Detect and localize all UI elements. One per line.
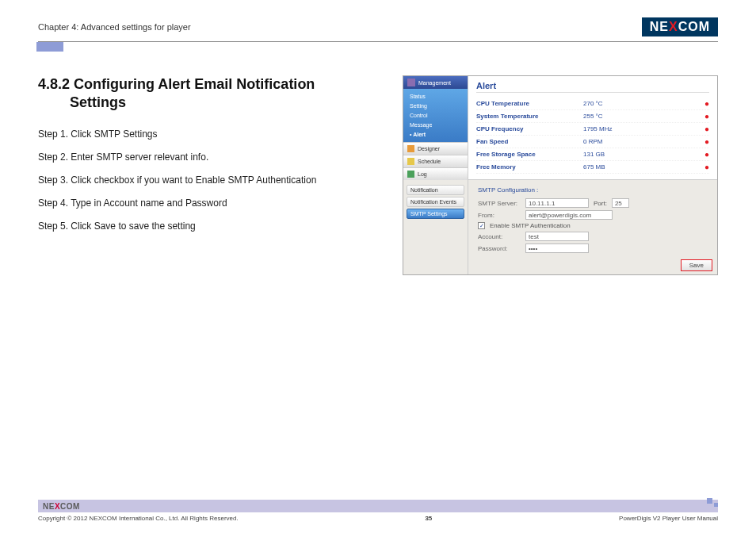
alert-icon[interactable]: ● — [704, 137, 709, 146]
metric-val: 131 GB — [583, 151, 631, 158]
metric-name: CPU Temperature — [476, 100, 583, 107]
step-2: Step 2. Enter SMTP server relevant info. — [38, 151, 355, 163]
smtp-server-input[interactable]: 10.11.1.1 — [525, 198, 589, 208]
metric-name: Free Memory — [476, 163, 583, 171]
section-heading: 4.8.2 Configuring Alert Email Notificati… — [38, 75, 355, 111]
designer-icon — [407, 145, 414, 152]
metric-name: System Temperature — [476, 113, 583, 120]
step-3: Step 3. Click checkbox if you want to En… — [38, 174, 355, 186]
footer-band: NEXCOM — [38, 500, 718, 512]
footer-decor — [707, 498, 718, 507]
tab-notification-events[interactable]: Notification Events — [407, 197, 464, 207]
sidebar-management-header[interactable]: Management — [403, 76, 468, 89]
tab-notification[interactable]: Notification — [407, 185, 464, 195]
smtp-server-label: SMTP Server: — [478, 200, 521, 207]
metric-row-fan-speed: Fan Speed0 RPM● — [476, 136, 709, 148]
alert-icon[interactable]: ● — [704, 99, 709, 108]
brand-logo: NEXCOM — [642, 17, 718, 36]
logo-text-post: COM — [678, 20, 710, 34]
schedule-label: Schedule — [418, 159, 441, 164]
header-divider — [38, 41, 718, 42]
alert-panel-title: Alert — [476, 81, 709, 93]
alert-icon[interactable]: ● — [704, 150, 709, 159]
decor-square — [707, 498, 712, 504]
designer-label: Designer — [418, 146, 440, 151]
smtp-port-input[interactable]: 25 — [612, 198, 629, 208]
tab-smtp-settings[interactable]: SMTP Settings — [407, 209, 464, 219]
footer-logo: NEXCOM — [43, 502, 80, 511]
smtp-account-label: Account: — [478, 233, 521, 240]
metric-row-cpu-freq: CPU Frequency1795 MHz● — [476, 123, 709, 136]
chapter-title: Chapter 4: Advanced settings for player — [38, 22, 191, 32]
sidebar-item-message[interactable]: Message — [410, 121, 461, 130]
log-label: Log — [418, 171, 427, 177]
sidebar-log-button[interactable]: Log — [403, 167, 468, 180]
save-button[interactable]: Save — [681, 259, 712, 271]
logo-text-pre: NE — [650, 20, 669, 34]
log-icon — [407, 171, 414, 178]
section-heading-line1: 4.8.2 Configuring Alert Email Notificati… — [38, 76, 315, 92]
manual-name: PowerDigis V2 Player User Manual — [619, 515, 718, 522]
header-accent-block — [36, 42, 63, 52]
step-4: Step 4. Type in Account name and Passwor… — [38, 197, 355, 209]
alert-icon[interactable]: ● — [704, 163, 709, 171]
metric-row-cpu-temp: CPU Temperature270 °C● — [476, 98, 709, 110]
management-icon — [407, 79, 415, 86]
sidebar-item-status[interactable]: Status — [410, 92, 461, 102]
smtp-account-input[interactable]: test — [525, 232, 589, 241]
management-label: Management — [418, 80, 451, 86]
alert-icon[interactable]: ● — [704, 125, 709, 133]
metric-row-storage: Free Storage Space131 GB● — [476, 148, 709, 161]
step-1: Step 1. Click SMTP Settings — [38, 128, 355, 140]
step-5: Step 5. Click Save to save the setting — [38, 220, 355, 232]
sidebar-item-control[interactable]: Control — [410, 111, 461, 121]
footer-logo-post: COM — [60, 502, 80, 511]
footer-logo-pre: NE — [43, 502, 55, 511]
smtp-password-label: Password: — [478, 245, 521, 252]
footer-logo-x: X — [55, 502, 60, 511]
smtp-auth-checkbox[interactable]: ✓ — [478, 222, 485, 229]
smtp-config-title: SMTP Configuration : — [478, 186, 708, 194]
logo-text-x: X — [669, 20, 678, 34]
metric-row-memory: Free Memory675 MB● — [476, 161, 709, 174]
smtp-from-input[interactable]: alert@powerdigis.com — [525, 210, 613, 220]
metric-name: Fan Speed — [476, 138, 583, 145]
schedule-icon — [407, 158, 414, 165]
smtp-auth-label: Enable SMTP Authentication — [490, 222, 571, 229]
sidebar-item-alert[interactable]: • Alert — [410, 130, 461, 140]
embedded-screenshot: Management Status Setting Control Messag… — [403, 75, 718, 275]
sidebar-schedule-button[interactable]: Schedule — [403, 155, 468, 167]
sidebar-designer-button[interactable]: Designer — [403, 142, 468, 155]
sidebar-item-setting[interactable]: Setting — [410, 102, 461, 111]
metric-val: 270 °C — [583, 100, 631, 107]
page-number: 35 — [425, 515, 432, 522]
metric-name: CPU Frequency — [476, 125, 583, 132]
smtp-port-label: Port: — [594, 200, 607, 207]
smtp-from-label: From: — [478, 212, 521, 219]
smtp-password-input[interactable]: •••• — [525, 243, 589, 253]
decor-square-small — [714, 503, 718, 507]
copyright-text: Copyright © 2012 NEXCOM International Co… — [38, 515, 239, 522]
metric-val: 0 RPM — [583, 138, 631, 145]
metric-val: 675 MB — [583, 163, 631, 171]
metric-val: 1795 MHz — [583, 125, 631, 132]
section-heading-line2: Settings — [38, 94, 355, 112]
metric-val: 255 °C — [583, 113, 631, 120]
metric-name: Free Storage Space — [476, 151, 583, 158]
metric-row-sys-temp: System Temperature255 °C● — [476, 110, 709, 123]
alert-icon[interactable]: ● — [704, 112, 709, 121]
